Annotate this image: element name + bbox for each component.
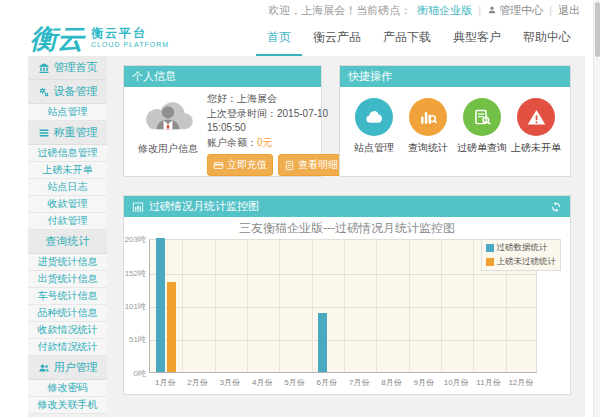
nav-tab[interactable]: 首页 xyxy=(256,20,302,56)
chart-bar xyxy=(156,238,165,372)
y-axis-tick: 203吨 xyxy=(124,234,146,245)
quick-actions-panel: 快捷操作 站点管理查询统计过磅单查询上磅未开单 xyxy=(339,65,571,177)
logo-script-text: 衡云 xyxy=(30,25,84,52)
quick-action[interactable]: 站点管理 xyxy=(348,98,400,154)
sidebar-section-label: 称重管理 xyxy=(54,125,98,140)
warning-icon xyxy=(517,98,555,136)
gridline xyxy=(150,340,536,341)
sidebar-item[interactable]: 付款情况统计 xyxy=(28,339,107,356)
x-axis-tick: 2月份 xyxy=(187,377,207,388)
sidebar-section-header[interactable]: 查询统计 xyxy=(28,230,107,254)
legend-swatch xyxy=(486,258,494,266)
chart-panel-header: 过磅情况月统计监控图 xyxy=(124,196,570,217)
quick-action-label: 查询统计 xyxy=(402,141,454,154)
quick-action[interactable]: 查询统计 xyxy=(402,98,454,154)
x-axis-tick: 4月份 xyxy=(252,377,272,388)
gridline-vertical xyxy=(215,240,216,372)
gridline-vertical xyxy=(182,240,183,372)
gears-icon xyxy=(38,86,50,98)
sidebar-item[interactable]: 站点日志 xyxy=(28,179,107,196)
welcome-text: 欢迎，上海展会！当前磅点： xyxy=(268,3,411,18)
sidebar-item[interactable]: 过磅信息管理 xyxy=(28,145,107,162)
logout-link[interactable]: 退出 xyxy=(558,3,580,18)
personal-info-panel: 个人信息 修改用户信息 您好：上海展会 xyxy=(123,65,322,177)
chart-panel-title: 过磅情况月统计监控图 xyxy=(149,199,259,214)
nav-tab[interactable]: 产品下载 xyxy=(372,20,442,56)
nav-tab[interactable]: 帮助中心 xyxy=(512,20,582,56)
vertical-scrollbar[interactable] xyxy=(593,0,600,417)
sidebar-item[interactable]: 修改关联手机 xyxy=(28,397,107,414)
sidebar-section-header[interactable]: 称重管理 xyxy=(28,121,107,145)
chart-bar xyxy=(318,313,327,372)
sidebar-section-header[interactable]: 管理首页 xyxy=(28,56,107,80)
sidebar-item[interactable]: 车号统计信息 xyxy=(28,288,107,305)
legend-entry[interactable]: 上磅未过磅统计 xyxy=(486,256,557,268)
chart-title: 三友衡猫企业版---过磅情况月统计监控图 xyxy=(124,217,570,237)
logo[interactable]: 衡云 衡云平台 CLOUD PLATFORM xyxy=(30,25,169,52)
sidebar-item[interactable]: 出货统计信息 xyxy=(28,271,107,288)
bank-icon xyxy=(38,62,50,74)
balance-line: 账户余额：0元 xyxy=(207,136,344,151)
legend-label: 上磅未过磅统计 xyxy=(497,256,557,268)
sidebar-item[interactable]: 收款管理 xyxy=(28,196,107,213)
quick-action[interactable]: 上磅未开单 xyxy=(510,98,562,154)
gridline-vertical xyxy=(312,240,313,372)
legend-entry[interactable]: 过磅数据统计 xyxy=(486,242,557,254)
gridline-vertical xyxy=(376,240,377,372)
topbar: 欢迎，上海展会！当前磅点： 衡猫企业版 | 管理中心 | 退出 xyxy=(0,0,600,20)
quick-action-label: 过磅单查询 xyxy=(456,141,508,154)
chart-plot-area xyxy=(149,239,537,373)
nav-tab[interactable]: 典型客户 xyxy=(442,20,512,56)
legend-swatch xyxy=(486,244,494,252)
chart-panel: 过磅情况月统计监控图 三友衡猫企业版---过磅情况月统计监控图 过磅数据统计上磅… xyxy=(123,195,571,395)
list-icon xyxy=(38,127,50,139)
gridline xyxy=(150,307,536,308)
refresh-icon[interactable] xyxy=(550,201,562,213)
sidebar-item[interactable]: 修改密码 xyxy=(28,380,107,397)
sidebar-item[interactable]: 收款情况统计 xyxy=(28,322,107,339)
balance-label: 账户余额： xyxy=(207,137,257,148)
scrollbar-thumb[interactable] xyxy=(595,2,600,57)
page-layout: 管理首页设备管理站点管理称重管理过磅信息管理上磅未开单站点日志收款管理付款管理查… xyxy=(28,56,585,417)
personal-panel-title: 个人信息 xyxy=(132,69,176,84)
gridline-vertical xyxy=(247,240,248,372)
y-axis-tick: 152吨 xyxy=(124,267,146,278)
detail-icon xyxy=(284,160,295,171)
edit-user-info-link[interactable]: 修改用户信息 xyxy=(131,142,205,156)
logo-title: 衡云平台 xyxy=(91,27,169,41)
recharge-button[interactable]: 立即充值 xyxy=(207,154,273,176)
sidebar-section-label: 设备管理 xyxy=(54,84,98,99)
view-detail-button[interactable]: 查看明细 xyxy=(278,154,344,176)
x-axis-tick: 8月份 xyxy=(381,377,401,388)
greeting-text: 您好：上海展会 xyxy=(207,92,344,107)
quick-action-label: 站点管理 xyxy=(348,141,400,154)
sidebar-section-header[interactable]: 设备管理 xyxy=(28,80,107,104)
x-axis-tick: 6月份 xyxy=(317,377,337,388)
x-axis-tick: 9月份 xyxy=(414,377,434,388)
sidebar-item[interactable]: 品种统计信息 xyxy=(28,305,107,322)
quick-panel-header: 快捷操作 xyxy=(340,66,570,87)
chart-bar xyxy=(167,282,176,372)
sidebar-item[interactable]: 付款管理 xyxy=(28,213,107,230)
admin-center-link[interactable]: 管理中心 xyxy=(487,3,543,18)
user-avatar xyxy=(138,92,198,138)
last-login-text: 上次登录时间：2015-07-10 15:05:50 xyxy=(207,107,344,136)
x-axis-tick: 1月份 xyxy=(155,377,175,388)
nav-tab[interactable]: 衡云产品 xyxy=(302,20,372,56)
personal-panel-header: 个人信息 xyxy=(124,66,321,87)
main-nav: 首页衡云产品产品下载典型客户帮助中心 xyxy=(256,20,582,56)
sidebar-item[interactable]: 进货统计信息 xyxy=(28,254,107,271)
sidebar-item[interactable]: 站点管理 xyxy=(28,104,107,121)
quick-action[interactable]: 过磅单查询 xyxy=(456,98,508,154)
chart-search-icon xyxy=(409,98,447,136)
x-axis-tick: 11月份 xyxy=(476,377,500,388)
header: 衡云 衡云平台 CLOUD PLATFORM 首页衡云产品产品下载典型客户帮助中… xyxy=(0,20,600,56)
sidebar-item[interactable]: 上磅未开单 xyxy=(28,162,107,179)
x-axis-tick: 3月份 xyxy=(220,377,240,388)
separator: | xyxy=(478,4,481,16)
sidebar-section-label: 查询统计 xyxy=(46,234,90,249)
sidebar-section-header[interactable]: 用户管理 xyxy=(28,356,107,380)
y-axis-tick: 51吨 xyxy=(124,334,146,345)
current-site-link[interactable]: 衡猫企业版 xyxy=(417,3,472,18)
main-content: 个人信息 修改用户信息 您好：上海展会 xyxy=(107,56,585,417)
